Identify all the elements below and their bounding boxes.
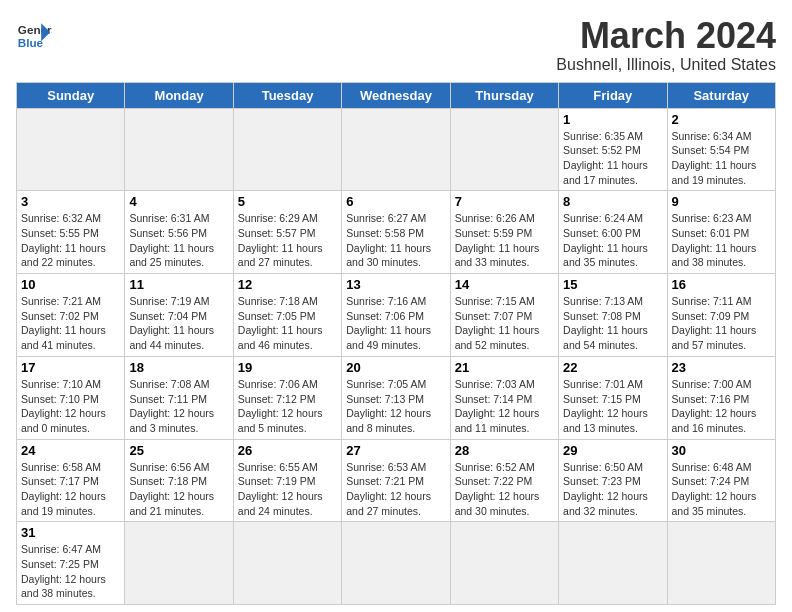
weekday-friday: Friday [559, 82, 667, 108]
date-number: 1 [563, 112, 662, 127]
date-number: 11 [129, 277, 228, 292]
calendar-cell: 16Sunrise: 7:11 AM Sunset: 7:09 PM Dayli… [667, 274, 775, 357]
calendar-cell [342, 522, 450, 605]
calendar-cell [233, 522, 341, 605]
calendar-cell: 9Sunrise: 6:23 AM Sunset: 6:01 PM Daylig… [667, 191, 775, 274]
date-number: 4 [129, 194, 228, 209]
date-number: 24 [21, 443, 120, 458]
day-info: Sunrise: 6:56 AM Sunset: 7:18 PM Dayligh… [129, 460, 228, 519]
day-info: Sunrise: 7:05 AM Sunset: 7:13 PM Dayligh… [346, 377, 445, 436]
logo: General Blue [16, 16, 52, 52]
day-info: Sunrise: 7:21 AM Sunset: 7:02 PM Dayligh… [21, 294, 120, 353]
day-info: Sunrise: 6:48 AM Sunset: 7:24 PM Dayligh… [672, 460, 771, 519]
calendar-cell: 1Sunrise: 6:35 AM Sunset: 5:52 PM Daylig… [559, 108, 667, 191]
calendar-cell [125, 522, 233, 605]
week-row-3: 10Sunrise: 7:21 AM Sunset: 7:02 PM Dayli… [17, 274, 776, 357]
day-info: Sunrise: 7:01 AM Sunset: 7:15 PM Dayligh… [563, 377, 662, 436]
calendar-cell: 28Sunrise: 6:52 AM Sunset: 7:22 PM Dayli… [450, 439, 558, 522]
date-number: 31 [21, 525, 120, 540]
day-info: Sunrise: 7:15 AM Sunset: 7:07 PM Dayligh… [455, 294, 554, 353]
day-info: Sunrise: 6:58 AM Sunset: 7:17 PM Dayligh… [21, 460, 120, 519]
date-number: 3 [21, 194, 120, 209]
calendar-body: 1Sunrise: 6:35 AM Sunset: 5:52 PM Daylig… [17, 108, 776, 605]
date-number: 21 [455, 360, 554, 375]
logo-icon: General Blue [16, 16, 52, 52]
calendar-cell: 15Sunrise: 7:13 AM Sunset: 7:08 PM Dayli… [559, 274, 667, 357]
date-number: 12 [238, 277, 337, 292]
week-row-5: 24Sunrise: 6:58 AM Sunset: 7:17 PM Dayli… [17, 439, 776, 522]
day-info: Sunrise: 7:18 AM Sunset: 7:05 PM Dayligh… [238, 294, 337, 353]
calendar-cell [450, 522, 558, 605]
calendar-cell: 29Sunrise: 6:50 AM Sunset: 7:23 PM Dayli… [559, 439, 667, 522]
day-info: Sunrise: 7:19 AM Sunset: 7:04 PM Dayligh… [129, 294, 228, 353]
week-row-1: 1Sunrise: 6:35 AM Sunset: 5:52 PM Daylig… [17, 108, 776, 191]
day-info: Sunrise: 7:11 AM Sunset: 7:09 PM Dayligh… [672, 294, 771, 353]
day-info: Sunrise: 6:50 AM Sunset: 7:23 PM Dayligh… [563, 460, 662, 519]
day-info: Sunrise: 6:31 AM Sunset: 5:56 PM Dayligh… [129, 211, 228, 270]
day-info: Sunrise: 7:03 AM Sunset: 7:14 PM Dayligh… [455, 377, 554, 436]
calendar-title: March 2024 [556, 16, 776, 56]
day-info: Sunrise: 6:32 AM Sunset: 5:55 PM Dayligh… [21, 211, 120, 270]
calendar-cell [342, 108, 450, 191]
day-info: Sunrise: 6:52 AM Sunset: 7:22 PM Dayligh… [455, 460, 554, 519]
day-info: Sunrise: 6:53 AM Sunset: 7:21 PM Dayligh… [346, 460, 445, 519]
calendar-cell: 24Sunrise: 6:58 AM Sunset: 7:17 PM Dayli… [17, 439, 125, 522]
date-number: 6 [346, 194, 445, 209]
weekday-thursday: Thursday [450, 82, 558, 108]
date-number: 14 [455, 277, 554, 292]
day-info: Sunrise: 7:10 AM Sunset: 7:10 PM Dayligh… [21, 377, 120, 436]
weekday-header-row: SundayMondayTuesdayWednesdayThursdayFrid… [17, 82, 776, 108]
week-row-2: 3Sunrise: 6:32 AM Sunset: 5:55 PM Daylig… [17, 191, 776, 274]
calendar-table: SundayMondayTuesdayWednesdayThursdayFrid… [16, 82, 776, 606]
day-info: Sunrise: 7:08 AM Sunset: 7:11 PM Dayligh… [129, 377, 228, 436]
calendar-cell: 11Sunrise: 7:19 AM Sunset: 7:04 PM Dayli… [125, 274, 233, 357]
calendar-cell: 19Sunrise: 7:06 AM Sunset: 7:12 PM Dayli… [233, 356, 341, 439]
date-number: 17 [21, 360, 120, 375]
calendar-cell: 5Sunrise: 6:29 AM Sunset: 5:57 PM Daylig… [233, 191, 341, 274]
calendar-cell: 21Sunrise: 7:03 AM Sunset: 7:14 PM Dayli… [450, 356, 558, 439]
weekday-saturday: Saturday [667, 82, 775, 108]
weekday-tuesday: Tuesday [233, 82, 341, 108]
calendar-cell [125, 108, 233, 191]
calendar-cell: 20Sunrise: 7:05 AM Sunset: 7:13 PM Dayli… [342, 356, 450, 439]
calendar-cell: 8Sunrise: 6:24 AM Sunset: 6:00 PM Daylig… [559, 191, 667, 274]
calendar-cell [559, 522, 667, 605]
calendar-cell [667, 522, 775, 605]
date-number: 23 [672, 360, 771, 375]
week-row-4: 17Sunrise: 7:10 AM Sunset: 7:10 PM Dayli… [17, 356, 776, 439]
calendar-cell: 26Sunrise: 6:55 AM Sunset: 7:19 PM Dayli… [233, 439, 341, 522]
day-info: Sunrise: 6:47 AM Sunset: 7:25 PM Dayligh… [21, 542, 120, 601]
svg-text:Blue: Blue [18, 36, 44, 49]
date-number: 19 [238, 360, 337, 375]
date-number: 28 [455, 443, 554, 458]
date-number: 15 [563, 277, 662, 292]
date-number: 16 [672, 277, 771, 292]
date-number: 7 [455, 194, 554, 209]
date-number: 29 [563, 443, 662, 458]
calendar-cell: 13Sunrise: 7:16 AM Sunset: 7:06 PM Dayli… [342, 274, 450, 357]
header: General Blue March 2024 Bushnell, Illino… [16, 16, 776, 74]
calendar-cell [450, 108, 558, 191]
calendar-cell: 10Sunrise: 7:21 AM Sunset: 7:02 PM Dayli… [17, 274, 125, 357]
day-info: Sunrise: 6:29 AM Sunset: 5:57 PM Dayligh… [238, 211, 337, 270]
date-number: 27 [346, 443, 445, 458]
calendar-cell: 17Sunrise: 7:10 AM Sunset: 7:10 PM Dayli… [17, 356, 125, 439]
calendar-cell: 3Sunrise: 6:32 AM Sunset: 5:55 PM Daylig… [17, 191, 125, 274]
calendar-cell: 4Sunrise: 6:31 AM Sunset: 5:56 PM Daylig… [125, 191, 233, 274]
date-number: 5 [238, 194, 337, 209]
calendar-cell: 27Sunrise: 6:53 AM Sunset: 7:21 PM Dayli… [342, 439, 450, 522]
date-number: 13 [346, 277, 445, 292]
day-info: Sunrise: 6:23 AM Sunset: 6:01 PM Dayligh… [672, 211, 771, 270]
date-number: 25 [129, 443, 228, 458]
date-number: 10 [21, 277, 120, 292]
date-number: 2 [672, 112, 771, 127]
week-row-6: 31Sunrise: 6:47 AM Sunset: 7:25 PM Dayli… [17, 522, 776, 605]
day-info: Sunrise: 6:55 AM Sunset: 7:19 PM Dayligh… [238, 460, 337, 519]
calendar-cell: 25Sunrise: 6:56 AM Sunset: 7:18 PM Dayli… [125, 439, 233, 522]
weekday-sunday: Sunday [17, 82, 125, 108]
day-info: Sunrise: 6:26 AM Sunset: 5:59 PM Dayligh… [455, 211, 554, 270]
calendar-cell: 14Sunrise: 7:15 AM Sunset: 7:07 PM Dayli… [450, 274, 558, 357]
weekday-wednesday: Wednesday [342, 82, 450, 108]
calendar-cell: 2Sunrise: 6:34 AM Sunset: 5:54 PM Daylig… [667, 108, 775, 191]
day-info: Sunrise: 7:00 AM Sunset: 7:16 PM Dayligh… [672, 377, 771, 436]
